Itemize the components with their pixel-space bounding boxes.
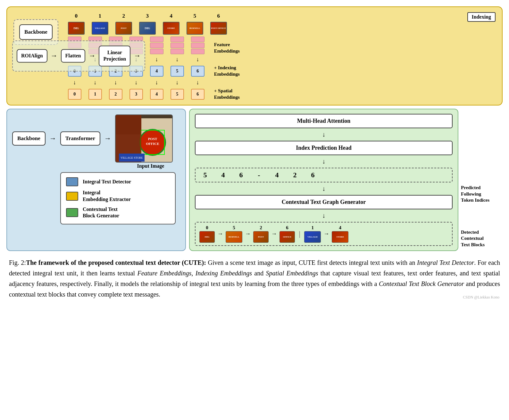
arrow-pred: ↓ [195, 185, 453, 192]
predicted-label: PredictedFollowingToken Indices [461, 185, 503, 204]
legend-color-3 [66, 208, 78, 217]
det-0: 0 IMG [199, 225, 215, 243]
caption-body3: , [191, 270, 195, 277]
fig-label: Fig. 2: [9, 259, 26, 266]
legend-label-3: Contextual TextBlock Generator [83, 206, 119, 220]
right-green-section: Multi-Head Attention ↓ Index Prediction … [189, 109, 458, 251]
arrow-iph: ↓ [195, 158, 453, 165]
transformer-arrow: → [104, 134, 111, 143]
thumb-4: STORE [163, 22, 179, 35]
roialign-box: Backbone [19, 24, 53, 40]
idx1: 1 [92, 13, 108, 19]
right-side-labels: PredictedFollowingToken Indices Detected… [461, 109, 503, 251]
detected-blocks-box: 0 IMG → 5 BURNELL → 2 POST → [195, 222, 453, 246]
idx4: 4 [163, 13, 179, 19]
det-4: 4 STORE [332, 225, 348, 243]
pred-5: 5 [201, 171, 210, 179]
feature-embeddings-label: FeatureEmbeddings [212, 42, 247, 54]
legend-item-2: IntegralEmbedding Extractor [66, 189, 170, 203]
ctgg-block: Contextual Text Graph Generator [195, 195, 453, 209]
idx2: 2 [115, 13, 132, 19]
caption-body1: Given a scene text image as input, CUTE … [206, 259, 417, 266]
caption-body4: and [252, 270, 266, 277]
watermark: CSDN @Liekkas Kono [463, 295, 499, 300]
backbone-row: Backbone → Transformer → [12, 114, 180, 163]
legend-color-1 [66, 177, 78, 186]
input-image-label: Input Image [121, 163, 180, 169]
legend-label-1: Integral Text Detector [83, 179, 131, 185]
legend-box: Integral Text Detector IntegralEmbedding… [60, 172, 176, 224]
idx6: 6 [210, 13, 227, 19]
det-5: 5 BURNELL [226, 225, 242, 243]
predicted-nums-box: 5 4 6 - 4 2 6 [195, 168, 453, 182]
legend-item-1: Integral Text Detector [66, 177, 170, 186]
det-2: 2 POST [253, 225, 269, 243]
caption-italic2: Feature Embeddings [138, 270, 192, 277]
roialign-proc: ROIAlign [17, 49, 47, 63]
caption-italic5: Contextual Text Block Gen­erator [379, 280, 464, 287]
left-pipeline-overlay: ROIAlign → Flatten → LinearProjection → [12, 40, 145, 72]
pred-dash: - [254, 171, 263, 179]
arrow-2: → [88, 52, 96, 60]
caption: Fig. 2:The framework of the proposed con… [6, 257, 503, 300]
caption-bold: The framework of the proposed contextual… [26, 259, 206, 266]
pred-4: 4 [219, 171, 228, 179]
multi-head-block: Multi-Head Attention [195, 114, 453, 128]
thumb-5: BURNELL [187, 22, 203, 35]
idx5: 5 [187, 13, 203, 19]
detected-label: DetectedContextualText Blocks [461, 229, 503, 248]
pred-2: 2 [290, 171, 299, 179]
flatten-proc: Flatten [61, 49, 86, 63]
caption-italic3: Indexing Embeddings [196, 270, 252, 277]
arrows-row-2: ↓ ↓ ↓ ↓ ↓ ↓ ↓ [65, 79, 494, 86]
idx0: 0 [68, 13, 85, 19]
linear-proj-proc: LinearProjection [99, 46, 130, 67]
thumb-2: POST [115, 22, 132, 35]
spatial-embeddings-label: + SpatialEmbeddings [212, 88, 250, 100]
top-section: Backbone 0 1 2 3 4 5 6 IMG VILLAGE [6, 6, 503, 105]
legend-color-2 [66, 192, 78, 201]
arrow-1: → [51, 52, 58, 60]
arrow-3: → [134, 52, 141, 60]
spatial-boxes: 0 1 2 3 4 5 6 + SpatialEmbeddings [65, 88, 494, 100]
scene-image: POST OFFICE VILLAGE STORE [115, 114, 173, 163]
caption-italic1: Integral Text Detector [417, 259, 474, 266]
bottom-section: Backbone → Transformer → [6, 109, 503, 251]
pred-4b: 4 [272, 171, 281, 179]
caption-italic4: Spatial Embeddings [266, 270, 318, 277]
legend-item-3: Contextual TextBlock Generator [66, 206, 170, 220]
index-numbers-row: 0 1 2 3 4 5 6 [65, 13, 494, 19]
indexing-top-label: Indexing [467, 12, 496, 22]
left-blue-section: Backbone → Transformer → [6, 109, 186, 251]
arrow-ctgg: ↓ [195, 212, 453, 219]
svg-text:VILLAGE STORE: VILLAGE STORE [121, 156, 143, 159]
thumb-1: VILLAGE [92, 22, 108, 35]
thumb-0: IMG [68, 22, 85, 35]
det-6: 6 OFFICE [280, 225, 295, 243]
transformer-box: Transformer [60, 131, 100, 146]
legend-label-2: IntegralEmbedding Extractor [83, 189, 131, 203]
thumb-3: IMG [139, 22, 156, 35]
image-thumbnails: IMG VILLAGE POST IMG STORE BURNELL POST … [65, 22, 494, 35]
det-1: 1 VILLAGE [304, 225, 321, 243]
main-container: Backbone 0 1 2 3 4 5 6 IMG VILLAGE [6, 6, 503, 300]
pred-6b: 6 [308, 171, 317, 179]
indexing-embeddings-label: + IndexingEmbeddings [212, 65, 250, 77]
idx3: 3 [139, 13, 156, 19]
pred-6: 6 [237, 171, 246, 179]
svg-text:POST: POST [148, 137, 157, 141]
thumb-6: POST OFFICE [210, 22, 227, 35]
index-pred-block: Index Prediction Head [195, 141, 453, 155]
backbone-arrow: → [49, 134, 56, 143]
arrow-mha: ↓ [195, 131, 453, 138]
svg-text:OFFICE: OFFICE [146, 142, 159, 146]
backbone-box: Backbone [12, 131, 46, 146]
right-outer: Multi-Head Attention ↓ Index Prediction … [189, 109, 503, 251]
